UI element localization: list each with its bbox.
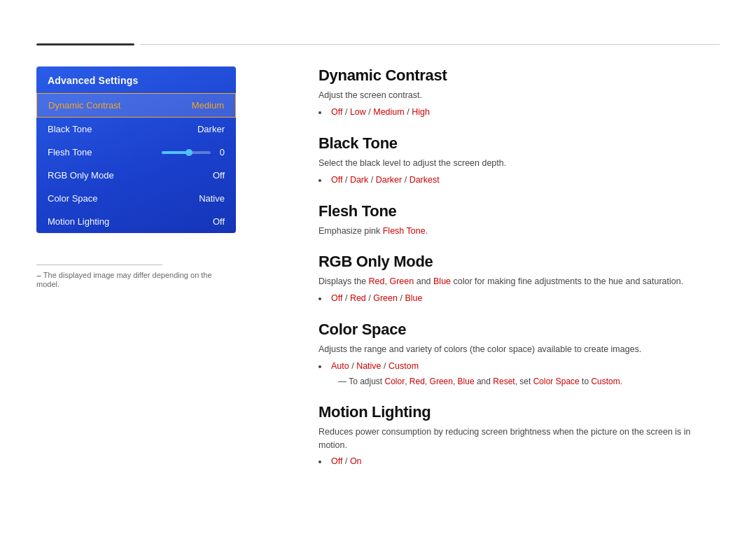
left-panel: Advanced Settings Dynamic Contrast Mediu…	[36, 66, 236, 233]
section-desc-color-space: Adjusts the range and variety of colors …	[318, 343, 720, 356]
menu-item-color-space[interactable]: Color Space Native	[36, 187, 236, 210]
menu-item-motion-lighting[interactable]: Motion Lighting Off	[36, 210, 236, 233]
opt-red-rgb: Red	[350, 293, 366, 303]
section-desc-rgb-only: Displays the Red, Green and Blue color f…	[318, 275, 720, 288]
menu-value-rgb-only: Off	[213, 170, 225, 181]
panel-box: Advanced Settings Dynamic Contrast Mediu…	[36, 66, 236, 233]
opt-off-bt: Off	[331, 175, 342, 185]
section-rgb-only: RGB Only Mode Displays the Red, Green an…	[318, 253, 720, 305]
opt-low-dc: Low	[350, 107, 366, 117]
menu-value-black-tone: Darker	[197, 124, 225, 134]
menu-value-motion-lighting: Off	[213, 216, 225, 227]
menu-label-motion-lighting: Motion Lighting	[48, 216, 109, 227]
section-color-space: Color Space Adjusts the range and variet…	[318, 321, 720, 388]
opt-on-ml: On	[350, 456, 362, 466]
section-options-black-tone: Off / Dark / Darker / Darkest	[318, 173, 720, 187]
section-options-motion-lighting: Off / On	[318, 454, 720, 468]
menu-label-rgb-only: RGB Only Mode	[48, 170, 114, 181]
section-title-motion-lighting: Motion Lighting	[318, 403, 720, 421]
section-desc-dynamic-contrast: Adjust the screen contrast.	[318, 89, 720, 102]
section-title-black-tone: Black Tone	[318, 134, 720, 153]
section-desc-black-tone: Select the black level to adjust the scr…	[318, 157, 720, 170]
menu-label-flesh-tone: Flesh Tone	[48, 147, 92, 157]
section-options-dynamic-contrast: Off / Low / Medium / High	[318, 105, 720, 119]
menu-value-color-space: Native	[199, 193, 225, 204]
section-motion-lighting: Motion Lighting Reduces power consumptio…	[318, 403, 720, 469]
opt-medium-dc: Medium	[373, 107, 404, 117]
flesh-tone-slider[interactable]: 0	[162, 147, 225, 157]
menu-item-rgb-only[interactable]: RGB Only Mode Off	[36, 164, 236, 187]
opt-off-ml: Off	[331, 456, 342, 466]
opt-high-dc: High	[412, 107, 430, 117]
section-desc-flesh-tone: Emphasize pink Flesh Tone.	[318, 225, 720, 238]
opt-darkest-bt: Darkest	[410, 175, 440, 185]
opt-darker-bt: Darker	[376, 175, 402, 185]
slider-track	[162, 151, 211, 154]
panel-title: Advanced Settings	[36, 66, 236, 93]
menu-label-color-space: Color Space	[48, 193, 98, 204]
right-content: Dynamic Contrast Adjust the screen contr…	[318, 66, 720, 484]
slider-value: 0	[215, 147, 225, 157]
menu-item-black-tone[interactable]: Black Tone Darker	[36, 118, 236, 141]
slider-thumb	[186, 149, 192, 156]
footnote-text: ‒ The displayed image may differ dependi…	[36, 271, 225, 288]
footnote: ‒ The displayed image may differ dependi…	[36, 265, 225, 288]
menu-label-dynamic-contrast: Dynamic Contrast	[48, 100, 120, 111]
section-flesh-tone: Flesh Tone Emphasize pink Flesh Tone.	[318, 202, 720, 238]
footnote-divider	[36, 265, 162, 265]
section-black-tone: Black Tone Select the black level to adj…	[318, 134, 720, 187]
divider-light	[140, 44, 720, 45]
section-title-flesh-tone: Flesh Tone	[318, 202, 720, 220]
section-options-color-space: Auto / Native / Custom	[318, 359, 720, 373]
menu-value-dynamic-contrast: Medium	[192, 100, 224, 111]
section-desc-motion-lighting: Reduces power consumption by reducing sc…	[318, 426, 720, 452]
section-title-color-space: Color Space	[318, 321, 720, 339]
color-space-sub-note: To adjust Color, Red, Green, Blue and Re…	[338, 375, 720, 388]
top-dividers	[0, 43, 756, 45]
menu-item-flesh-tone[interactable]: Flesh Tone 0	[36, 141, 236, 164]
section-dynamic-contrast: Dynamic Contrast Adjust the screen contr…	[318, 66, 720, 119]
opt-dark-bt: Dark	[350, 175, 368, 185]
opt-off-rgb: Off	[331, 293, 342, 303]
section-options-rgb-only: Off / Red / Green / Blue	[318, 291, 720, 305]
opt-flesh-tone: Flesh Tone	[383, 226, 426, 236]
opt-blue-rgb: Blue	[405, 293, 422, 303]
section-title-dynamic-contrast: Dynamic Contrast	[318, 66, 720, 85]
menu-label-black-tone: Black Tone	[48, 124, 92, 134]
section-title-rgb-only: RGB Only Mode	[318, 253, 720, 271]
opt-green-rgb: Green	[373, 293, 398, 303]
divider-dark	[36, 43, 134, 45]
menu-item-dynamic-contrast[interactable]: Dynamic Contrast Medium	[36, 93, 236, 118]
opt-auto-cs: Auto	[331, 361, 349, 371]
opt-native-cs: Native	[356, 361, 381, 371]
opt-off-dc: Off	[331, 107, 342, 117]
opt-custom-cs: Custom	[388, 361, 419, 371]
